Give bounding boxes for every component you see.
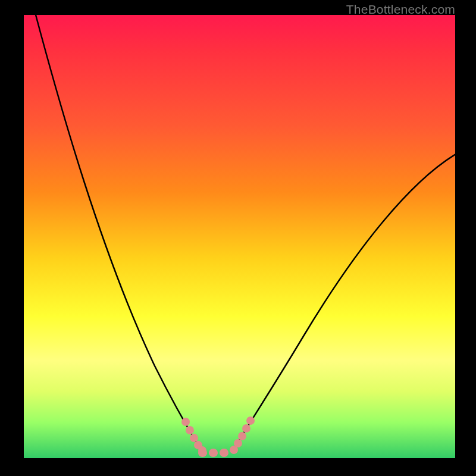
valley-highlight bbox=[186, 421, 250, 453]
chart-frame: TheBottleneck.com bbox=[0, 0, 476, 476]
chart-svg bbox=[24, 15, 455, 458]
curve-right bbox=[232, 154, 456, 452]
curve-left bbox=[36, 15, 202, 452]
